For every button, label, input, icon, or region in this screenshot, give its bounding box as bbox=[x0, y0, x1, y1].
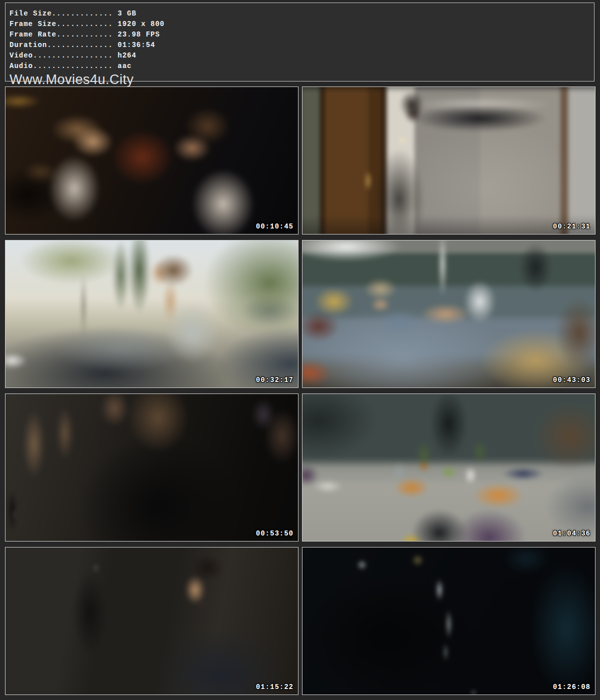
media-info-video: Video................. h264 bbox=[10, 50, 590, 61]
screenshot-cell-5: 00:53:50 bbox=[5, 394, 298, 542]
media-info-panel: File Size............. 3 GB Frame Size..… bbox=[5, 2, 594, 82]
screenshot-cell-3: 00:32:17 bbox=[5, 240, 298, 388]
screenshot-image-dark-party-scene bbox=[5, 394, 298, 542]
screenshot-cell-6: 01:04:36 bbox=[302, 394, 596, 542]
media-info-duration: Duration.............. 01:36:54 bbox=[10, 40, 590, 50]
screenshot-image-man-portrait-scene bbox=[5, 547, 298, 695]
screenshot-grid: 00:10:45 00:21:31 00:32:17 00:43:03 00:5… bbox=[5, 86, 596, 695]
timestamp-overlay: 01:15:22 bbox=[256, 683, 294, 691]
screenshot-image-door-machine-scene bbox=[302, 86, 596, 234]
screenshot-cell-1: 00:10:45 bbox=[5, 86, 298, 234]
screenshot-image-bedroom-scene bbox=[302, 240, 596, 388]
timestamp-overlay: 01:26:08 bbox=[553, 683, 590, 691]
timestamp-overlay: 00:10:45 bbox=[256, 222, 294, 230]
screenshot-cell-8: 01:26:08 bbox=[302, 547, 596, 695]
media-info-file-size: File Size............. 3 GB bbox=[10, 8, 590, 19]
timestamp-overlay: 01:04:36 bbox=[553, 530, 590, 538]
media-info-frame-size: Frame Size............ 1920 x 800 bbox=[10, 19, 590, 30]
timestamp-overlay: 00:21:31 bbox=[553, 222, 590, 230]
screenshot-cell-2: 00:21:31 bbox=[302, 86, 596, 234]
media-info-audio: Audio................. aac bbox=[10, 61, 590, 72]
screenshot-cell-4: 00:43:03 bbox=[302, 240, 596, 388]
timestamp-overlay: 00:43:03 bbox=[553, 376, 590, 384]
timestamp-overlay: 00:53:50 bbox=[256, 530, 294, 538]
screenshot-preview-page: File Size............. 3 GB Frame Size..… bbox=[0, 0, 600, 700]
screenshot-image-warehouse-lounge-scene bbox=[302, 394, 596, 542]
timestamp-overlay: 00:32:17 bbox=[256, 376, 294, 384]
screenshot-image-night-car-scene bbox=[302, 547, 596, 695]
screenshot-cell-7: 01:15:22 bbox=[5, 547, 298, 695]
screenshot-image-car-door-scene bbox=[5, 240, 298, 388]
screenshot-image-bathroom-scene bbox=[5, 86, 298, 234]
media-info-frame-rate: Frame Rate............ 23.98 FPS bbox=[10, 30, 590, 40]
site-watermark: Www.Movies4u.City bbox=[10, 72, 590, 87]
